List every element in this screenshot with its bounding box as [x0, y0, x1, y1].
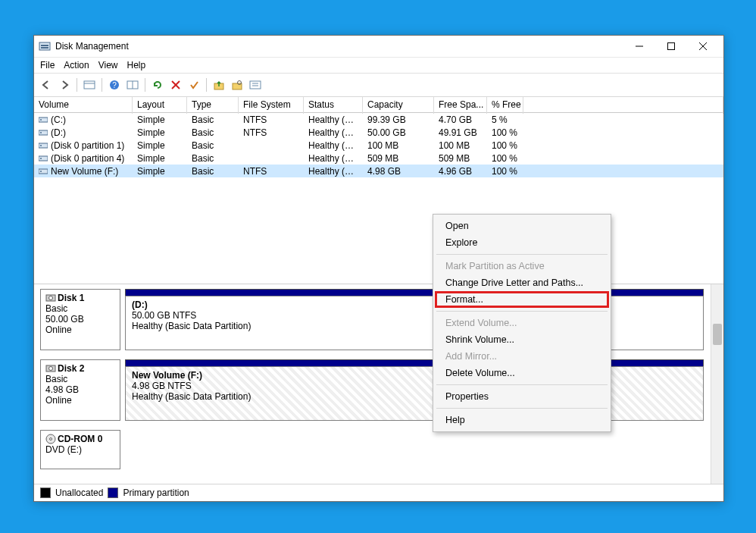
svg-point-34: [49, 367, 53, 371]
settings-button[interactable]: [125, 77, 140, 92]
legend: Unallocated Primary partition: [34, 484, 723, 501]
cell-free: 49.91 GB: [434, 127, 487, 138]
menu-action[interactable]: Action: [64, 60, 89, 71]
svg-point-26: [40, 145, 42, 146]
svg-rect-2: [41, 47, 48, 49]
cell-capacity: 99.39 GB: [363, 114, 434, 125]
svg-rect-1: [41, 45, 48, 46]
cell-volume: (D:): [34, 127, 133, 138]
legend-primary-label: Primary partition: [123, 488, 189, 498]
cell-free: 4.96 GB: [434, 166, 487, 177]
context-menu-item[interactable]: Shrink Volume...: [435, 331, 609, 348]
cell-volume: (C:): [34, 114, 133, 125]
delete-button[interactable]: [168, 77, 183, 92]
col-filesystem[interactable]: File System: [239, 97, 304, 114]
back-button[interactable]: [39, 77, 54, 92]
cell-status: Healthy (B...: [304, 114, 363, 125]
partition-bar: [125, 359, 704, 366]
volume-list-header: Volume Layout Type File System Status Ca…: [34, 97, 723, 113]
cell-free: 509 MB: [434, 153, 487, 164]
partition-box[interactable]: (D:)50.00 GB NTFSHealthy (Basic Data Par…: [125, 296, 704, 350]
properties-button[interactable]: [248, 77, 263, 92]
context-menu-item: Add Mirror...: [435, 348, 609, 365]
cell-pct: 100 %: [487, 166, 523, 177]
cell-type: Basic: [187, 140, 239, 151]
swatch-unallocated: [40, 488, 51, 498]
partition-bar: [125, 289, 704, 296]
disk-label[interactable]: CD-ROM 0DVD (E:): [40, 430, 120, 469]
menu-file[interactable]: File: [40, 60, 55, 71]
cell-capacity: 100 MB: [363, 140, 434, 151]
maximize-button[interactable]: [655, 36, 687, 57]
cell-status: Healthy (E...: [304, 140, 363, 151]
vertical-scrollbar[interactable]: [711, 284, 723, 484]
menu-help[interactable]: Help: [127, 60, 146, 71]
cell-volume: (Disk 0 partition 4): [34, 153, 133, 164]
cell-fs: NTFS: [239, 166, 304, 177]
cell-layout: Simple: [133, 140, 187, 151]
volume-row[interactable]: (Disk 0 partition 1)SimpleBasicHealthy (…: [34, 139, 723, 152]
context-menu-item[interactable]: Open: [435, 218, 609, 234]
menubar: File Action View Help: [34, 58, 723, 74]
context-menu-item[interactable]: Change Drive Letter and Paths...: [435, 274, 609, 291]
action2-button[interactable]: [230, 77, 245, 92]
context-menu-separator: [436, 311, 608, 312]
cell-free: 4.70 GB: [434, 114, 487, 125]
partition-box[interactable]: New Volume (F:)4.98 GB NTFSHealthy (Basi…: [125, 366, 704, 421]
check-button[interactable]: [186, 77, 201, 92]
close-icon: [698, 42, 708, 51]
refresh-button[interactable]: [150, 77, 165, 92]
col-spacer: [523, 97, 723, 114]
context-menu-item[interactable]: Explore: [435, 234, 609, 251]
help-button[interactable]: ?: [107, 77, 122, 92]
cell-capacity: 4.98 GB: [363, 166, 434, 177]
col-status[interactable]: Status: [304, 97, 363, 114]
svg-rect-23: [39, 130, 48, 135]
svg-rect-7: [84, 81, 95, 89]
col-pct[interactable]: % Free: [487, 97, 523, 114]
cell-status: Healthy (B...: [304, 166, 363, 177]
volume-row[interactable]: (Disk 0 partition 4)SimpleBasicHealthy (…: [34, 152, 723, 165]
context-menu-item[interactable]: Format...: [435, 291, 609, 308]
action1-button[interactable]: [211, 77, 226, 92]
disk-label[interactable]: Disk 1Basic50.00 GBOnline: [40, 289, 120, 350]
disk-management-icon: [39, 40, 51, 52]
maximize-icon: [667, 42, 676, 51]
context-menu-separator: [436, 254, 608, 255]
minimize-button[interactable]: [623, 36, 655, 57]
forward-button[interactable]: [57, 77, 72, 92]
svg-point-30: [40, 171, 42, 172]
help-icon: ?: [109, 80, 120, 90]
cell-capacity: 50.00 GB: [363, 127, 434, 138]
context-menu-item[interactable]: Delete Volume...: [435, 365, 609, 381]
col-layout[interactable]: Layout: [133, 97, 187, 114]
scrollbar-thumb[interactable]: [713, 324, 722, 345]
col-free[interactable]: Free Spa...: [434, 97, 487, 114]
disk-label[interactable]: Disk 2Basic4.98 GBOnline: [40, 359, 120, 421]
volume-row[interactable]: (C:)SimpleBasicNTFSHealthy (B...99.39 GB…: [34, 113, 723, 126]
disk-management-window: Disk Management File Action View Help ?: [33, 35, 724, 502]
menu-view[interactable]: View: [98, 60, 118, 71]
svg-point-22: [40, 119, 42, 121]
context-menu-item[interactable]: Help: [435, 412, 609, 428]
folder-search-icon: [232, 80, 242, 90]
context-menu-item: Extend Volume...: [435, 315, 609, 331]
folder-up-icon: [214, 80, 224, 90]
volume-row[interactable]: New Volume (F:)SimpleBasicNTFSHealthy (B…: [34, 165, 723, 177]
window-title: Disk Management: [55, 41, 129, 52]
cell-layout: Simple: [133, 114, 187, 125]
x-icon: [171, 80, 180, 89]
context-menu-item[interactable]: Properties: [435, 388, 609, 405]
disk-block: CD-ROM 0DVD (E:): [40, 430, 704, 469]
col-volume[interactable]: Volume: [34, 97, 133, 114]
col-capacity[interactable]: Capacity: [363, 97, 434, 114]
cell-pct: 5 %: [487, 114, 523, 125]
cell-layout: Simple: [133, 127, 187, 138]
volume-row[interactable]: (D:)SimpleBasicNTFSHealthy (B...50.00 GB…: [34, 126, 723, 139]
show-hide-button[interactable]: [82, 77, 97, 92]
cell-type: Basic: [187, 166, 239, 177]
disk-graph: (D:)50.00 GB NTFSHealthy (Basic Data Par…: [125, 289, 704, 350]
col-type[interactable]: Type: [187, 97, 239, 114]
legend-unallocated-label: Unallocated: [55, 488, 103, 498]
close-button[interactable]: [687, 36, 719, 57]
